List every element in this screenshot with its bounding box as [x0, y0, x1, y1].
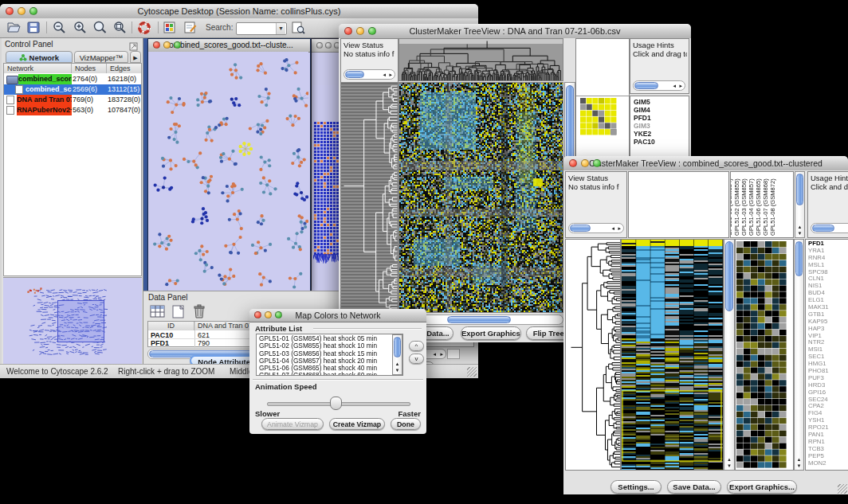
zoom-button[interactable] [29, 7, 37, 15]
close-button[interactable] [6, 7, 14, 15]
zoom-button[interactable] [368, 27, 376, 35]
network-row[interactable]: DNA and Tran 07 769(0) 183728(0) [4, 95, 141, 105]
annotation-icon[interactable] [183, 21, 198, 35]
scroll-up-arrow[interactable]: ▲ [393, 361, 402, 367]
view-status-scrollbar[interactable]: ◂ ▸ [344, 69, 395, 80]
zoom-button[interactable] [275, 311, 282, 318]
network-view-controls[interactable] [153, 41, 181, 49]
scrollbar-thumb[interactable] [394, 337, 401, 357]
close-button[interactable] [316, 42, 323, 49]
minimize-button[interactable] [265, 311, 272, 318]
scroll-left-arrow[interactable]: ◂ [383, 71, 386, 79]
scroll-right-arrow[interactable]: ▸ [679, 82, 682, 90]
col-header-id[interactable]: ID [148, 322, 194, 330]
done-button[interactable]: Done [391, 418, 421, 430]
scrollbar-thumb[interactable] [570, 225, 591, 232]
gene-label[interactable]: GIM5 [630, 98, 689, 106]
scrollbar-thumb[interactable] [795, 241, 803, 276]
scroll-up-arrow[interactable]: ▲ [795, 225, 804, 230]
network-canvas[interactable] [148, 52, 308, 290]
heatmap-panel[interactable] [398, 82, 563, 313]
heatmap-vscrollbar[interactable]: ▲ ▼ [724, 239, 735, 471]
zoom-in-icon[interactable] [73, 21, 88, 35]
scrollbar-thumb[interactable] [812, 225, 834, 232]
gene-label[interactable]: PFD1 [630, 114, 689, 122]
table-cell-value[interactable]: 790 [198, 339, 210, 347]
gene-label[interactable]: GIM4 [630, 106, 689, 114]
treeview-dna-titlebar[interactable]: ClusterMaker TreeView : DNA and Tran 07-… [339, 24, 691, 39]
tab-network[interactable]: Network [6, 51, 73, 63]
row-dendrogram-panel[interactable] [565, 239, 621, 471]
move-up-button[interactable]: ^ [409, 341, 424, 351]
close-button[interactable] [344, 27, 352, 35]
scroll-up-arrow[interactable]: ▲ [724, 457, 734, 463]
scrollbar-thumb[interactable] [634, 82, 658, 89]
window-controls[interactable] [6, 7, 37, 15]
scroll-right-arrow[interactable]: ▸ [440, 350, 443, 358]
zoom-heatmap-panel[interactable] [735, 239, 794, 471]
search-input[interactable]: ▼ [236, 22, 287, 35]
row-dendrogram-panel[interactable] [340, 82, 398, 313]
new-attribute-icon[interactable] [171, 304, 186, 322]
open-session-icon[interactable] [6, 21, 22, 35]
list-vscrollbar[interactable]: ▲ ▼ [392, 334, 402, 375]
scroll-down-arrow[interactable]: ▼ [393, 368, 402, 373]
birdseye-view[interactable] [3, 277, 142, 368]
row-dendrogram-canvas[interactable] [566, 240, 620, 470]
table-icon[interactable] [150, 304, 166, 322]
table-cell-id[interactable]: PFD1 [151, 339, 169, 347]
treeview-combined-titlebar[interactable]: ClusterMaker TreeView : combined_scores_… [563, 156, 848, 171]
dialog-titlebar[interactable]: Map Colors to Network [249, 309, 426, 322]
network-view-titlebar[interactable]: combined_scores_good.txt--cluste... [148, 39, 310, 53]
zoom-fit-icon[interactable] [112, 21, 128, 35]
zoom-button[interactable] [174, 41, 181, 49]
dense-network-canvas[interactable] [313, 85, 342, 268]
gene-label[interactable]: YKE2 [630, 130, 689, 138]
cytoscape-titlebar[interactable]: Cytoscape Desktop (Session Name: collins… [0, 4, 478, 19]
zoom-out-icon[interactable] [52, 21, 67, 35]
labels-vscrollbar[interactable]: ▲ ▼ [795, 171, 805, 238]
network-row[interactable]: combined_scores 2764(0) 16218(0) [4, 74, 141, 84]
heatmap-canvas[interactable] [399, 83, 563, 312]
save-session-icon[interactable] [26, 21, 41, 35]
zoom-button[interactable] [593, 159, 601, 167]
resize-grip[interactable] [467, 367, 477, 377]
gene-label[interactable]: PAC10 [630, 138, 689, 146]
scroll-down-arrow[interactable]: ▼ [724, 463, 734, 469]
genes-vscrollbar[interactable]: ▲ ▼ [794, 239, 804, 471]
scroll-left-arrow[interactable]: ◂ [433, 350, 436, 358]
zoom-heatmap-canvas[interactable] [736, 241, 787, 468]
column-dendrogram-panel[interactable] [398, 38, 563, 81]
usage-hints-scrollbar[interactable] [811, 223, 848, 233]
minimize-button[interactable] [356, 27, 364, 35]
column-dendrogram-panel[interactable] [628, 171, 729, 238]
birdseye-canvas[interactable] [3, 278, 142, 367]
window-controls[interactable] [569, 159, 601, 167]
export-graphics-button[interactable]: Export Graphics... [727, 480, 797, 494]
scrollbar-thumb[interactable] [345, 71, 364, 78]
minimize-button[interactable] [325, 42, 332, 49]
inactive-window-controls[interactable] [316, 42, 340, 49]
search-dropdown-arrow[interactable]: ▼ [276, 23, 285, 34]
settings-button[interactable]: Settings... [610, 480, 662, 494]
move-down-button[interactable]: v [409, 354, 424, 364]
network-row[interactable]: RNAPuberNov2+ 563(0) 107847(0) [4, 105, 141, 115]
network-row-selected[interactable]: combined_sco 2569(6) 13112(15) [4, 84, 141, 95]
heatmap-panel[interactable] [621, 239, 724, 471]
view-status-scrollbar[interactable]: ◂ ▸ [568, 223, 624, 233]
save-data-button[interactable]: Save Data... [667, 480, 721, 494]
col-header-nodes[interactable]: Nodes [72, 64, 107, 73]
scroll-right-arrow[interactable]: ▸ [389, 71, 392, 79]
vizmapper-icon[interactable] [163, 21, 178, 35]
close-button[interactable] [153, 41, 160, 49]
delete-attribute-icon[interactable] [191, 304, 207, 322]
scroll-down-arrow[interactable]: ▼ [795, 463, 803, 469]
minimize-button[interactable] [581, 159, 589, 167]
close-button[interactable] [254, 311, 261, 318]
export-graphics-button[interactable]: Export Graphics... [461, 326, 521, 340]
col-header-edges[interactable]: Edges [107, 64, 141, 73]
close-button[interactable] [569, 159, 577, 167]
create-vizmap-button[interactable]: Create Vizmap [329, 418, 385, 430]
col-header-network[interactable]: Network [4, 64, 72, 73]
row-dendrogram-canvas[interactable] [341, 83, 398, 312]
